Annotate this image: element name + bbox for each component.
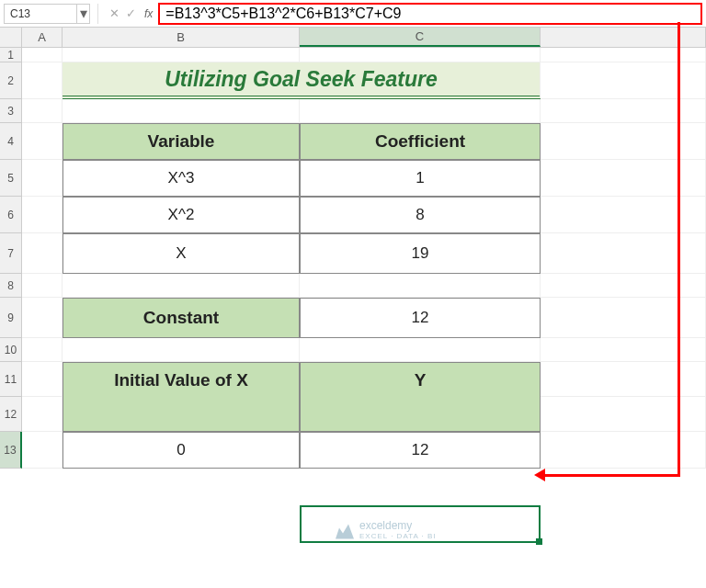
table-header[interactable]: Initial Value of X <box>63 362 300 397</box>
row-header[interactable]: 9 <box>0 298 22 338</box>
watermark: exceldemy EXCEL · DATA · BI <box>336 519 437 540</box>
row-header[interactable]: 10 <box>0 338 22 362</box>
table-header[interactable] <box>63 397 300 432</box>
col-header-B[interactable]: B <box>63 28 300 47</box>
table-cell[interactable]: X <box>63 233 300 274</box>
table-cell[interactable]: 1 <box>300 160 541 197</box>
row-header[interactable]: 2 <box>0 62 22 99</box>
table-cell[interactable]: X^2 <box>63 197 300 233</box>
col-header-C[interactable]: C <box>300 28 541 47</box>
arrow-head-icon <box>534 469 545 481</box>
spreadsheet-grid[interactable]: 1 2 Utilizing Goal Seek Feature 3 4 Vari… <box>0 48 706 469</box>
table-cell[interactable]: X^3 <box>63 160 300 197</box>
fill-handle-icon[interactable] <box>536 538 542 545</box>
select-all-corner[interactable] <box>0 28 22 48</box>
cancel-icon[interactable]: ✕ <box>106 6 122 20</box>
table-header[interactable]: Coefficient <box>300 123 541 160</box>
watermark-text: exceldemy <box>359 519 437 532</box>
col-header-D[interactable] <box>541 28 706 47</box>
fx-icon[interactable]: fx <box>144 7 153 20</box>
row-header[interactable]: 4 <box>0 123 22 160</box>
row-header[interactable]: 11 <box>0 362 22 397</box>
watermark-icon <box>336 521 354 539</box>
watermark-subtext: EXCEL · DATA · BI <box>359 532 437 540</box>
row-header[interactable]: 3 <box>0 99 22 123</box>
callout-arrow <box>544 474 680 477</box>
col-header-A[interactable]: A <box>22 28 63 47</box>
row-header[interactable]: 13 <box>0 432 22 469</box>
formula-bar: C13 ▾ ✕ ✓ fx =B13^3*C5+B13^2*C6+B13*C7+C… <box>0 0 706 28</box>
column-headers: A B C <box>0 28 706 48</box>
table-header[interactable] <box>300 397 541 432</box>
title-cell[interactable]: Utilizing Goal Seek Feature <box>63 62 541 99</box>
row-header[interactable]: 1 <box>0 48 22 62</box>
selected-cell[interactable]: 12 <box>300 432 541 469</box>
name-box-dropdown[interactable]: ▾ <box>77 4 90 24</box>
table-cell[interactable]: 12 <box>300 298 541 338</box>
table-header[interactable]: Constant <box>63 298 300 338</box>
enter-icon[interactable]: ✓ <box>122 6 139 20</box>
row-header[interactable]: 6 <box>0 197 22 233</box>
table-cell[interactable]: 19 <box>300 233 541 274</box>
row-header[interactable]: 8 <box>0 274 22 298</box>
callout-arrow <box>678 22 680 476</box>
formula-input[interactable]: =B13^3*C5+B13^2*C6+B13*C7+C9 <box>158 3 702 25</box>
table-cell[interactable]: 0 <box>63 432 300 469</box>
table-header[interactable]: Variable <box>63 123 300 160</box>
name-box[interactable]: C13 <box>4 4 77 24</box>
row-header[interactable]: 5 <box>0 160 22 197</box>
table-header[interactable]: Y <box>300 362 541 397</box>
row-header[interactable]: 7 <box>0 233 22 274</box>
table-cell[interactable]: 8 <box>300 197 541 233</box>
row-header[interactable]: 12 <box>0 397 22 432</box>
